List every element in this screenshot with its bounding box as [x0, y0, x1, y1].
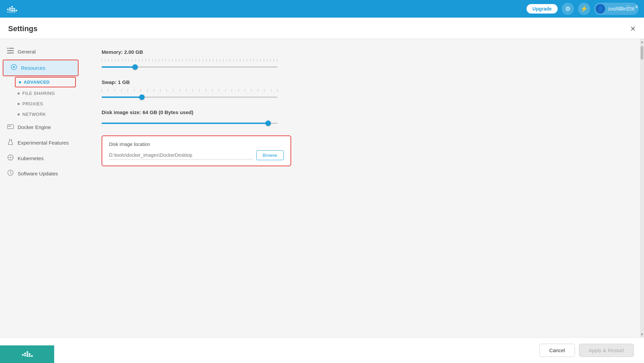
svg-rect-32	[26, 355, 28, 357]
sidebar-item-resources[interactable]: Resources	[3, 60, 78, 76]
titlebar: Upgrade ⚙ ⚡ 👤 zouhailin226 — □ ✕	[0, 0, 644, 18]
taskbar-docker-icon	[20, 349, 34, 359]
software-updates-label: Software Updates	[18, 171, 58, 176]
kubernetes-label: Kubernetes	[18, 155, 44, 161]
sidebar-item-experimental[interactable]: Experimental Features	[0, 135, 81, 151]
file-sharing-dot	[18, 92, 20, 94]
disk-location-box: Disk image location Browse	[102, 135, 291, 166]
docker-engine-label: Docker Engine	[18, 124, 51, 130]
settings-body: General Resources	[0, 39, 644, 337]
memory-setting: Memory: 2.00 GB	[102, 49, 620, 69]
advanced-label: ADVANCED	[24, 80, 50, 85]
maximize-button[interactable]: □	[627, 4, 630, 9]
file-sharing-label: FILE SHARING	[22, 91, 55, 96]
browse-button[interactable]: Browse	[256, 150, 284, 160]
svg-rect-12	[7, 52, 14, 54]
proxies-dot	[18, 103, 20, 105]
close-settings-button[interactable]: ✕	[630, 25, 636, 33]
resources-icon	[10, 64, 18, 72]
sidebar-item-software-updates[interactable]: Software Updates	[0, 166, 81, 181]
memory-slider[interactable]	[102, 66, 278, 68]
memory-slider-container	[102, 59, 278, 69]
memory-label-text: Memory:	[102, 49, 124, 55]
right-scrollbar: ▲ ▼	[640, 39, 644, 337]
taskbar-hint	[0, 345, 54, 363]
sidebar: General Resources	[0, 39, 81, 337]
swap-slider[interactable]	[102, 97, 278, 98]
advanced-dot	[19, 81, 21, 83]
avatar: 👤	[596, 4, 605, 14]
svg-rect-3	[11, 6, 13, 7]
upgrade-button[interactable]: Upgrade	[527, 4, 558, 14]
scroll-thumb-area	[640, 45, 644, 332]
cancel-button[interactable]: Cancel	[539, 344, 575, 357]
scroll-thumb	[641, 46, 643, 60]
docker-logo	[5, 4, 18, 14]
svg-rect-1	[9, 7, 11, 9]
sidebar-sub-items: ADVANCED FILE SHARING PROXIES NETWORK	[0, 77, 81, 120]
titlebar-left	[5, 4, 18, 14]
lightning-icon: ⚡	[580, 5, 588, 13]
experimental-label: Experimental Features	[18, 140, 69, 146]
memory-ticks	[102, 59, 278, 62]
swap-ticks	[102, 89, 278, 92]
experimental-icon	[7, 138, 14, 147]
docker-engine-icon	[7, 123, 14, 131]
svg-rect-30	[26, 351, 28, 353]
svg-rect-35	[31, 355, 33, 357]
svg-rect-2	[9, 9, 11, 11]
scroll-down-arrow[interactable]: ▼	[639, 332, 644, 337]
settings-footer: Cancel Apply & Restart	[0, 337, 644, 363]
scroll-up-arrow[interactable]: ▲	[639, 39, 644, 45]
sidebar-item-kubernetes[interactable]: Kubernetes	[0, 151, 81, 166]
disk-path-input[interactable]	[109, 151, 253, 159]
svg-rect-7	[14, 10, 15, 11]
svg-rect-0	[7, 9, 9, 10]
svg-rect-27	[22, 354, 24, 356]
network-dot	[18, 113, 20, 115]
memory-value: 2.00 GB	[124, 49, 143, 55]
swap-label-text: Swap:	[102, 79, 118, 85]
content-area: Memory: 2.00 GB Swap: 1 GB	[81, 39, 640, 337]
disk-size-setting: Disk image size: 64 GB (0 Bytes used)	[102, 109, 620, 125]
memory-label: Memory: 2.00 GB	[102, 49, 620, 55]
svg-rect-18	[10, 126, 11, 127]
apply-restart-button[interactable]: Apply & Restart	[579, 344, 634, 357]
disk-size-value: 64 GB (0 Bytes used)	[143, 109, 193, 115]
svg-point-9	[6, 11, 17, 13]
svg-point-15	[13, 66, 15, 68]
disk-location-label: Disk image location	[109, 142, 284, 147]
sidebar-sub-item-advanced[interactable]: ADVANCED	[16, 78, 75, 87]
svg-rect-31	[26, 354, 28, 355]
disk-size-label: Disk image size: 64 GB (0 Bytes used)	[102, 109, 620, 115]
disk-size-slider-container	[102, 119, 278, 125]
settings-icon-button[interactable]: ⚙	[562, 3, 574, 15]
disk-size-slider[interactable]	[102, 123, 278, 124]
gear-icon: ⚙	[565, 5, 571, 13]
network-label: NETWORK	[22, 112, 46, 117]
sidebar-sub-item-file-sharing[interactable]: FILE SHARING	[0, 88, 81, 99]
swap-value: 1 GB	[118, 79, 130, 85]
software-updates-icon	[7, 169, 14, 178]
swap-slider-container	[102, 89, 278, 99]
kubernetes-icon	[7, 154, 14, 163]
swap-label: Swap: 1 GB	[102, 79, 620, 85]
close-window-button[interactable]: ✕	[635, 4, 639, 9]
resources-box: Resources	[3, 60, 79, 76]
svg-rect-6	[14, 8, 15, 9]
svg-rect-33	[29, 354, 30, 355]
svg-rect-4	[11, 8, 13, 9]
sidebar-sub-item-network[interactable]: NETWORK	[0, 109, 81, 120]
sidebar-item-general[interactable]: General	[0, 44, 81, 59]
svg-rect-29	[24, 355, 26, 356]
proxies-label: PROXIES	[22, 101, 43, 106]
settings-header: Settings ✕	[0, 18, 644, 39]
docker-whale-icon	[5, 4, 18, 14]
minimize-button[interactable]: —	[618, 4, 622, 9]
sidebar-item-docker-engine[interactable]: Docker Engine	[0, 120, 81, 135]
diagnostics-button[interactable]: ⚡	[578, 3, 590, 15]
sidebar-sub-item-proxies[interactable]: PROXIES	[0, 99, 81, 109]
resources-label: Resources	[21, 65, 45, 71]
svg-rect-17	[8, 126, 9, 127]
svg-rect-10	[7, 48, 14, 49]
